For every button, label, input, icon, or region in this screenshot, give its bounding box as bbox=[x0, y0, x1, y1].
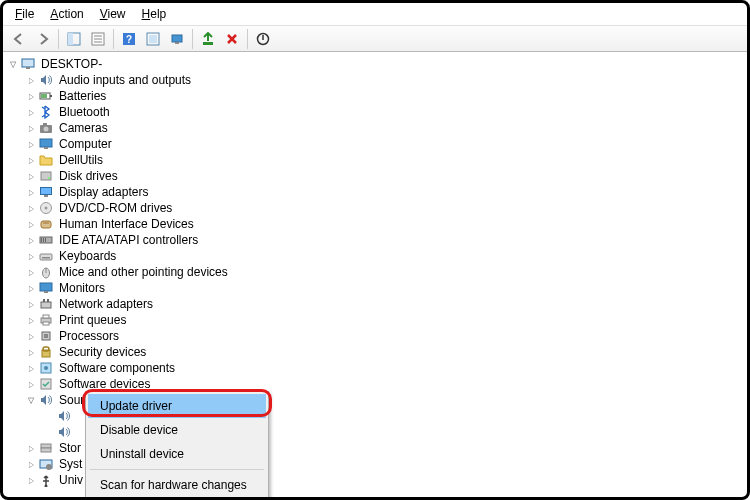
expand-arrow-icon[interactable] bbox=[25, 138, 37, 150]
monitor-icon bbox=[38, 280, 54, 296]
toolbar: ? bbox=[3, 26, 747, 52]
svg-rect-41 bbox=[40, 283, 52, 291]
tree-item-software-components[interactable]: Software components bbox=[7, 360, 747, 376]
svg-rect-21 bbox=[43, 123, 47, 125]
expand-arrow-icon[interactable] bbox=[25, 186, 37, 198]
expand-arrow-icon[interactable] bbox=[25, 346, 37, 358]
expand-arrow-icon[interactable] bbox=[25, 378, 37, 390]
tree-item-dellutils[interactable]: DellUtils bbox=[7, 152, 747, 168]
scan-hardware-button[interactable] bbox=[166, 28, 188, 50]
svg-point-20 bbox=[44, 127, 49, 132]
tree-item-label: Syst bbox=[57, 457, 84, 471]
tree-item-label: Software components bbox=[57, 361, 177, 375]
tree-item-label: DellUtils bbox=[57, 153, 105, 167]
menu-view[interactable]: View bbox=[92, 5, 134, 23]
tree-item-batteries[interactable]: Batteries bbox=[7, 88, 747, 104]
disable-device-button[interactable] bbox=[252, 28, 274, 50]
tree-item-mice-and-other-pointing-devices[interactable]: Mice and other pointing devices bbox=[7, 264, 747, 280]
menu-action[interactable]: Action bbox=[42, 5, 91, 23]
tree-item-display-adapters[interactable]: Display adapters bbox=[7, 184, 747, 200]
expand-arrow-icon[interactable] bbox=[25, 330, 37, 342]
expand-arrow-icon[interactable] bbox=[25, 250, 37, 262]
forward-button[interactable] bbox=[32, 28, 54, 50]
tree-item-computer[interactable]: Computer bbox=[7, 136, 747, 152]
expand-arrow-icon[interactable] bbox=[25, 282, 37, 294]
svg-rect-35 bbox=[43, 238, 44, 242]
menu-file[interactable]: File bbox=[7, 5, 42, 23]
expand-arrow-icon[interactable] bbox=[25, 74, 37, 86]
expand-arrow-icon[interactable] bbox=[25, 202, 37, 214]
tree-item-print-queues[interactable]: Print queues bbox=[7, 312, 747, 328]
tree-item-disk-drives[interactable]: Disk drives bbox=[7, 168, 747, 184]
svg-rect-45 bbox=[47, 299, 49, 302]
tree-item-label: Display adapters bbox=[57, 185, 150, 199]
expand-arrow-icon[interactable] bbox=[25, 122, 37, 134]
folder-icon bbox=[38, 152, 54, 168]
expand-arrow-icon[interactable] bbox=[25, 298, 37, 310]
properties-button[interactable] bbox=[87, 28, 109, 50]
tree-item-label: Processors bbox=[57, 329, 121, 343]
expand-arrow-icon[interactable] bbox=[7, 58, 19, 70]
tree-item-ide-ata-atapi-controllers[interactable]: IDE ATA/ATAPI controllers bbox=[7, 232, 747, 248]
uninstall-device-button[interactable] bbox=[221, 28, 243, 50]
ctx-uninstall-device[interactable]: Uninstall device bbox=[88, 442, 266, 466]
expand-arrow-icon[interactable] bbox=[25, 442, 37, 454]
svg-rect-18 bbox=[41, 94, 47, 98]
tree-item-label: Disk drives bbox=[57, 169, 120, 183]
mouse-icon bbox=[38, 264, 54, 280]
expand-arrow-icon[interactable] bbox=[25, 106, 37, 118]
svg-point-59 bbox=[46, 464, 52, 470]
expand-arrow-icon[interactable] bbox=[25, 234, 37, 246]
tree-item-software-devices[interactable]: Software devices bbox=[7, 376, 747, 392]
battery-icon bbox=[38, 88, 54, 104]
expand-arrow-icon[interactable] bbox=[25, 154, 37, 166]
optical-icon bbox=[38, 200, 54, 216]
tree-item-label: Mice and other pointing devices bbox=[57, 265, 230, 279]
help-button[interactable]: ? bbox=[118, 28, 140, 50]
tree-item-cameras[interactable]: Cameras bbox=[7, 120, 747, 136]
svg-rect-31 bbox=[41, 221, 51, 228]
tree-item-monitors[interactable]: Monitors bbox=[7, 280, 747, 296]
expand-arrow-icon[interactable] bbox=[25, 474, 37, 486]
tree-item-label: Cameras bbox=[57, 121, 110, 135]
menu-help[interactable]: Help bbox=[134, 5, 175, 23]
expand-arrow-icon[interactable] bbox=[25, 394, 37, 406]
svg-rect-28 bbox=[44, 195, 48, 197]
action-button[interactable] bbox=[142, 28, 164, 50]
tree-item-label: Bluetooth bbox=[57, 105, 112, 119]
ctx-update-driver[interactable]: Update driver bbox=[88, 394, 266, 418]
tree-item-label: Network adapters bbox=[57, 297, 155, 311]
back-button[interactable] bbox=[8, 28, 30, 50]
expand-arrow-icon[interactable] bbox=[25, 362, 37, 374]
tree-item-network-adapters[interactable]: Network adapters bbox=[7, 296, 747, 312]
tree-item-dvd-cd-rom-drives[interactable]: DVD/CD-ROM drives bbox=[7, 200, 747, 216]
toolbar-separator bbox=[192, 29, 193, 49]
tree-root[interactable]: DESKTOP- bbox=[7, 56, 747, 72]
expand-arrow-icon[interactable] bbox=[25, 314, 37, 326]
tree-item-audio-inputs-and-outputs[interactable]: Audio inputs and outputs bbox=[7, 72, 747, 88]
svg-point-25 bbox=[48, 177, 50, 179]
expand-arrow-icon[interactable] bbox=[25, 90, 37, 102]
bluetooth-icon bbox=[38, 104, 54, 120]
expand-arrow-icon[interactable] bbox=[25, 458, 37, 470]
ctx-disable-device[interactable]: Disable device bbox=[88, 418, 266, 442]
system-icon bbox=[38, 456, 54, 472]
svg-rect-38 bbox=[42, 257, 50, 259]
expand-arrow-icon[interactable] bbox=[25, 218, 37, 230]
tree-item-label: Univ bbox=[57, 473, 85, 487]
tree-item-keyboards[interactable]: Keyboards bbox=[7, 248, 747, 264]
ctx-scan-hardware[interactable]: Scan for hardware changes bbox=[88, 473, 266, 497]
tree-item-bluetooth[interactable]: Bluetooth bbox=[7, 104, 747, 120]
tree-item-security-devices[interactable]: Security devices bbox=[7, 344, 747, 360]
update-driver-button[interactable] bbox=[197, 28, 219, 50]
tree-item-human-interface-devices[interactable]: Human Interface Devices bbox=[7, 216, 747, 232]
expand-arrow-icon[interactable] bbox=[25, 170, 37, 182]
tree-item-label: Human Interface Devices bbox=[57, 217, 196, 231]
tree-item-processors[interactable]: Processors bbox=[7, 328, 747, 344]
show-hide-tree-button[interactable] bbox=[63, 28, 85, 50]
toolbar-separator bbox=[113, 29, 114, 49]
expand-arrow-icon[interactable] bbox=[25, 266, 37, 278]
svg-rect-47 bbox=[43, 315, 49, 318]
svg-rect-14 bbox=[22, 59, 34, 67]
disk-icon bbox=[38, 168, 54, 184]
